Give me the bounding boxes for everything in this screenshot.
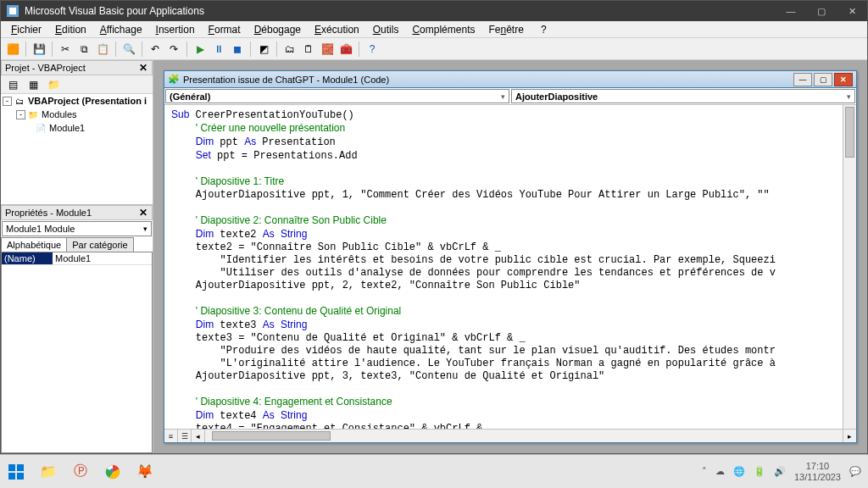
- toggle-folders-icon[interactable]: 📁: [45, 76, 62, 93]
- project-root-node[interactable]: - 🗂 VBAProject (Presentation i: [1, 94, 153, 108]
- toolbox-icon[interactable]: 🧰: [337, 41, 354, 58]
- code-window-titlebar[interactable]: 🧩 Presentation issue de ChatGPT - Module…: [164, 71, 856, 88]
- save-icon[interactable]: 💾: [31, 41, 47, 58]
- menu-affichage[interactable]: Affichage: [93, 22, 149, 37]
- property-row[interactable]: (Name) Module1: [2, 252, 152, 265]
- chrome-icon[interactable]: [97, 455, 129, 489]
- menu-débogage[interactable]: Débogage: [248, 22, 308, 37]
- view-code-icon[interactable]: ▤: [4, 76, 21, 93]
- menu-outils[interactable]: Outils: [366, 22, 406, 37]
- paste-icon[interactable]: 📋: [94, 41, 111, 58]
- project-panel-header[interactable]: Projet - VBAProject ✕: [1, 60, 153, 75]
- code-maximize-button[interactable]: ▢: [814, 73, 832, 86]
- tab-category[interactable]: Par catégorie: [66, 237, 133, 252]
- code-editor[interactable]: Sub CreerPresentationYouTube() ' Créer u…: [164, 105, 843, 429]
- menu-edition[interactable]: Edition: [48, 22, 93, 37]
- powerpoint-icon[interactable]: Ⓟ: [64, 455, 97, 489]
- redo-icon[interactable]: ↷: [165, 41, 182, 58]
- hscroll-left-icon[interactable]: ◂: [192, 430, 205, 442]
- design-mode-icon[interactable]: ◩: [255, 41, 272, 58]
- horizontal-scrollbar-row: ≡ ☰ ◂ ▸: [164, 429, 856, 442]
- main-area: Projet - VBAProject ✕ ▤ ▦ 📁 - 🗂 VBAProje…: [1, 60, 867, 453]
- hscrollbar-thumb[interactable]: [212, 431, 331, 441]
- vertical-scrollbar[interactable]: [843, 105, 856, 429]
- minimize-button[interactable]: —: [776, 1, 806, 21]
- menu-compléments[interactable]: Compléments: [405, 22, 481, 37]
- copy-icon[interactable]: ⧉: [75, 41, 92, 58]
- sound-icon[interactable]: 🔊: [774, 466, 786, 477]
- code-window-title: Presentation issue de ChatGPT - Module1 …: [183, 75, 792, 85]
- object-dropdown[interactable]: (Général): [165, 89, 509, 103]
- svg-rect-5: [17, 473, 24, 480]
- project-panel-title: Projet - VBAProject: [5, 63, 86, 73]
- close-button[interactable]: ✕: [837, 1, 867, 21]
- reset-icon[interactable]: ◼: [229, 41, 246, 58]
- menu-fichier[interactable]: Fichier: [4, 22, 48, 37]
- property-value-cell[interactable]: Module1: [53, 252, 152, 264]
- taskbar[interactable]: 📁 Ⓟ 🦊 ˄ ☁ 🌐 🔋 🔊 17:10 13/11/2023 💬: [0, 454, 868, 488]
- menu-?[interactable]: ?: [534, 22, 554, 37]
- menu-bar: FichierEditionAffichageInsertionFormatDé…: [1, 21, 867, 38]
- project-close-icon[interactable]: ✕: [136, 61, 150, 75]
- code-window-icon: 🧩: [168, 74, 180, 85]
- firefox-icon[interactable]: 🦊: [129, 455, 161, 489]
- tab-alphabetic[interactable]: Alphabétique: [1, 237, 67, 252]
- project-root-label: VBAProject (Presentation i: [28, 96, 147, 106]
- properties-close-icon[interactable]: ✕: [136, 206, 150, 219]
- properties-panel-header[interactable]: Propriétés - Module1 ✕: [1, 205, 153, 220]
- properties-icon[interactable]: 🗒: [300, 41, 317, 58]
- code-dropdown-row: (Général) AjouterDiapositive: [164, 88, 856, 105]
- battery-icon[interactable]: 🔋: [754, 466, 765, 477]
- view-ppt-icon[interactable]: 🟧: [4, 41, 21, 58]
- find-icon[interactable]: 🔍: [120, 41, 137, 58]
- title-bar[interactable]: Microsoft Visual Basic pour Applications…: [1, 1, 867, 21]
- left-column: Projet - VBAProject ✕ ▤ ▦ 📁 - 🗂 VBAProje…: [1, 60, 153, 453]
- expander-icon[interactable]: -: [3, 97, 12, 106]
- folder-icon: 📁: [27, 108, 39, 120]
- tray-chevron-icon[interactable]: ˄: [702, 466, 707, 477]
- project-explorer-icon[interactable]: 🗂: [281, 41, 298, 58]
- menu-insertion[interactable]: Insertion: [149, 22, 202, 37]
- maximize-button[interactable]: ▢: [806, 1, 837, 21]
- vba-editor-window: Microsoft Visual Basic pour Applications…: [0, 0, 868, 454]
- project-panel-toolbar: ▤ ▦ 📁: [1, 75, 153, 94]
- run-icon[interactable]: ▶: [192, 41, 209, 58]
- system-tray[interactable]: ˄ ☁ 🌐 🔋 🔊 17:10 13/11/2023 💬: [695, 461, 868, 481]
- hscroll-right-icon[interactable]: ▸: [843, 430, 856, 442]
- menu-exécution[interactable]: Exécution: [308, 22, 366, 37]
- menu-fenêtre[interactable]: Fenêtre: [481, 22, 530, 37]
- code-close-button[interactable]: ✕: [834, 73, 853, 86]
- procedure-view-icon[interactable]: ≡: [164, 430, 178, 442]
- procedure-dropdown[interactable]: AjouterDiapositive: [511, 89, 855, 103]
- properties-panel-title: Propriétés - Module1: [5, 208, 92, 218]
- clock[interactable]: 17:10 13/11/2023: [794, 461, 841, 481]
- object-browser-icon[interactable]: 🧱: [319, 41, 336, 58]
- full-module-view-icon[interactable]: ☰: [178, 430, 192, 442]
- help-icon[interactable]: ?: [364, 41, 381, 58]
- svg-rect-1: [9, 8, 16, 14]
- properties-object-select[interactable]: Module1 Module: [2, 221, 152, 236]
- svg-rect-2: [8, 464, 15, 471]
- start-button[interactable]: [0, 455, 32, 489]
- properties-grid[interactable]: (Name) Module1: [1, 252, 153, 453]
- cut-icon[interactable]: ✂: [57, 41, 74, 58]
- clock-time: 17:10: [794, 461, 841, 471]
- menu-format[interactable]: Format: [202, 22, 248, 37]
- project-tree[interactable]: - 🗂 VBAProject (Presentation i - 📁 Modul…: [1, 94, 153, 204]
- view-object-icon[interactable]: ▦: [25, 76, 42, 93]
- horizontal-scrollbar[interactable]: [205, 430, 843, 442]
- code-minimize-button[interactable]: —: [793, 73, 812, 86]
- onedrive-icon[interactable]: ☁: [715, 466, 725, 477]
- break-icon[interactable]: ⏸: [210, 41, 227, 58]
- modules-folder-node[interactable]: - 📁 Modules: [1, 108, 153, 121]
- scrollbar-thumb[interactable]: [845, 107, 854, 158]
- undo-icon[interactable]: ↶: [147, 41, 164, 58]
- file-explorer-icon[interactable]: 📁: [32, 455, 64, 489]
- module-node[interactable]: 📄 Module1: [1, 121, 153, 135]
- notifications-icon[interactable]: 💬: [849, 466, 861, 477]
- toolbar: 🟧 💾 ✂ ⧉ 📋 🔍 ↶ ↷ ▶ ⏸ ◼ ◩ 🗂 🗒 🧱 🧰 ?: [1, 38, 867, 60]
- network-icon[interactable]: 🌐: [733, 466, 745, 477]
- code-window: 🧩 Presentation issue de ChatGPT - Module…: [164, 70, 857, 443]
- expander-icon[interactable]: -: [16, 110, 25, 119]
- code-area-wrap: Sub CreerPresentationYouTube() ' Créer u…: [164, 105, 856, 429]
